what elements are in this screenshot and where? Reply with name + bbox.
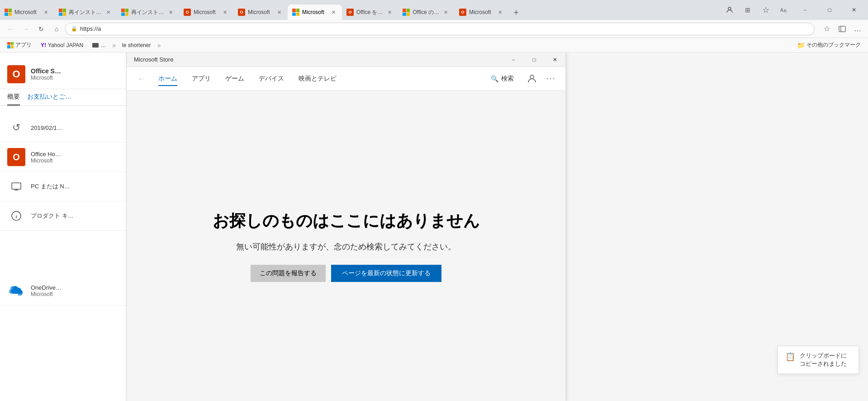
tab-1[interactable]: Microsoft ✕ [0,5,54,20]
tab-8-close[interactable]: ✕ [442,8,450,16]
toolbar-end: ☆ … [820,22,864,36]
tab-9-title: Microsoft [469,9,493,15]
store-nav-devices[interactable]: デバイス [252,72,290,86]
store-window-controls: － □ ✕ [503,53,565,67]
tab-9-close[interactable]: ✕ [496,8,504,16]
svg-rect-5 [12,183,21,189]
favorites-button[interactable]: ☆ [820,22,834,36]
sidebar-header: O Office S… Microsoft [0,60,126,89]
home-button[interactable]: ⌂ [50,22,63,36]
tab-8-favicon [403,9,410,16]
store-back-button[interactable]: ← [134,72,148,86]
tab-4-close[interactable]: ✕ [221,8,229,16]
browser-content: O Office S… Microsoft 概要 お支払いとご… ↺ 2019/… [0,53,868,401]
store-search-button[interactable]: 🔍 検索 [484,72,520,86]
store-maximize-button[interactable]: □ [524,53,545,67]
clipboard-notification: 📋 クリップボードにコピーされました [778,346,859,374]
tab-1-close[interactable]: ✕ [42,8,50,16]
store-close-button[interactable]: ✕ [545,53,565,67]
office-logo: O [7,65,25,83]
tab-1-favicon [5,9,12,16]
svg-rect-4 [841,26,845,32]
tab-4[interactable]: O Microsoft ✕ [179,5,233,20]
store-search-label: 検索 [501,75,514,83]
sidebar-nav: 概要 お支払いとご… [0,89,126,106]
store-error-content: お探しのものはここにはありません 無い可能性がありますが、念のため検索してみてく… [127,91,565,401]
store-search-area: 🔍 検索 ··· [484,71,558,87]
tab-6-close[interactable]: ✕ [329,8,337,16]
profile-icon[interactable] [722,3,737,17]
collections-button[interactable] [835,22,849,36]
list-item-3: PC または N… [0,172,126,201]
tab-9-favicon: O [459,9,466,16]
bookmark-other-label: その他のブックマーク [806,41,861,49]
tab-8[interactable]: Office の… ✕ [398,5,454,20]
nav-payment[interactable]: お支払いとご… [27,93,71,105]
list-item-5: OneDrive… Microsoft [0,276,126,306]
minimize-button[interactable]: － [795,0,816,20]
tab-2-close[interactable]: ✕ [104,8,112,16]
bookmark-shortener-label: le shortener [122,42,151,48]
star-icon[interactable]: ☆ [759,3,773,17]
bookmark-other[interactable]: 📁 その他のブックマーク [793,40,864,50]
store-user-button[interactable] [524,71,540,87]
back-button[interactable]: ← [4,22,17,36]
tab-5[interactable]: O Microsoft ✕ [233,5,288,20]
office-icon-2: O [7,148,25,166]
store-minimize-button[interactable]: － [503,53,524,67]
list-item-5-text: OneDrive… Microsoft [31,284,62,297]
tab-2-favicon [59,9,66,16]
folder-icon: 📁 [797,42,805,49]
store-more-button[interactable]: ··· [544,72,558,86]
clipboard-icon: 📋 [785,352,795,362]
bookmark-3-icon [92,43,99,48]
address-bar[interactable]: 🔒 https://a [65,23,815,35]
store-nav-home[interactable]: ホーム [152,72,184,86]
sidebar-app-name: Office S… [31,67,61,75]
forward-button[interactable]: → [19,22,33,36]
bookmarks-bar: アプリ Y! Yahoo! JAPAN … » le shortener » 📁… [0,38,868,53]
tab-1-title: Microsoft [14,9,39,15]
pc-icon [7,177,25,196]
more-button[interactable]: … [851,22,864,36]
report-problem-button[interactable]: この問題を報告する [251,265,326,282]
reload-icon: ↺ [7,119,25,137]
tab-3[interactable]: 再インスト… ✕ [117,5,179,20]
nav-overview[interactable]: 概要 [7,93,20,105]
tab-2[interactable]: 再インスト… ✕ [54,5,117,20]
error-title: お探しのものはここにはありません [213,210,480,232]
bookmark-apps-label: アプリ [15,41,32,49]
tab-3-close[interactable]: ✕ [166,8,175,16]
store-nav-games[interactable]: ゲーム [219,72,251,86]
list-item-2-sub: Microsoft [31,158,61,164]
address-bar-row: ← → ↻ ⌂ 🔒 https://a ☆ … [0,20,868,38]
tab-bar: Microsoft ✕ 再インスト… ✕ 再インスト… ✕ O Microsof… [0,0,868,20]
new-tab-button[interactable]: + [509,5,523,20]
tab-6[interactable]: Microsoft ✕ [288,5,342,20]
store-nav-movies[interactable]: 映画とテレビ [292,72,343,86]
refresh-page-button[interactable]: ページを最新の状態に更新する [331,265,441,282]
extensions-icon[interactable]: ⊞ [740,3,755,17]
svg-point-0 [728,7,731,10]
bookmark-3[interactable]: … [89,41,109,50]
maximize-button[interactable]: □ [819,0,840,20]
tab-7-close[interactable]: ✕ [385,8,394,16]
list-item-3-title: PC または N… [31,182,70,191]
bookmark-shortener[interactable]: le shortener [119,41,154,50]
bookmark-yahoo[interactable]: Y! Yahoo! JAPAN [37,41,87,50]
sidebar-publisher: Microsoft [31,75,61,81]
tab-7[interactable]: O Office を… ✕ [342,5,398,20]
bookmarks-separator: » [112,42,116,49]
store-nav-apps[interactable]: アプリ [185,72,217,86]
store-titlebar: Microsoft Store － □ ✕ [127,53,565,67]
svg-text:あ: あ [783,9,787,13]
reload-button[interactable]: ↻ [34,22,48,36]
spacer [0,231,126,276]
bookmark-apps[interactable]: アプリ [4,40,35,50]
tab-9[interactable]: O Microsoft ✕ [455,5,509,20]
tab-5-close[interactable]: ✕ [275,8,283,16]
translate-icon[interactable]: Aあ [777,3,791,17]
list-item-4: プロダクト キ… [0,201,126,231]
tab-7-title: Office を… [356,9,383,16]
close-button[interactable]: ✕ [844,0,864,20]
